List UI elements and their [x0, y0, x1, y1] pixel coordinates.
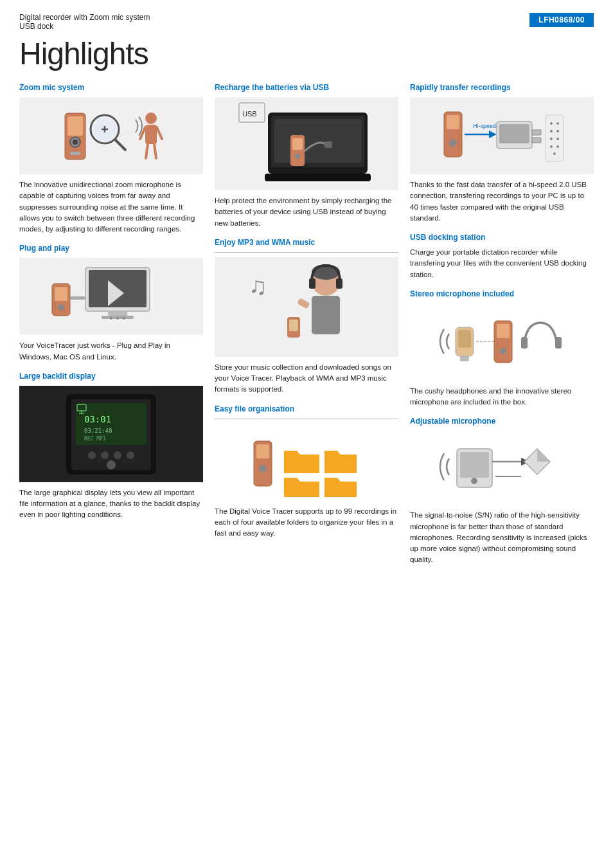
- svg-rect-91: [521, 337, 528, 348]
- easy-divider: [215, 419, 398, 419]
- svg-marker-68: [489, 131, 497, 138]
- svg-rect-49: [292, 138, 303, 150]
- column-3: Rapidly transfer recordings Hi-speed: [410, 83, 594, 572]
- svg-rect-60: [289, 320, 298, 331]
- svg-point-38: [101, 451, 109, 459]
- svg-marker-99: [537, 449, 550, 462]
- usb-docking-text: Charge your portable dictation recorder …: [410, 247, 594, 280]
- column-1: Zoom mic system: [19, 83, 203, 572]
- svg-text:Hi-speed: Hi-speed: [473, 123, 496, 129]
- svg-line-13: [157, 127, 162, 139]
- svg-text:USB: USB: [242, 110, 257, 118]
- svg-line-15: [154, 144, 156, 158]
- svg-rect-11: [145, 125, 157, 144]
- stereo-mic-title: Stereo microphone included: [410, 289, 594, 298]
- svg-point-66: [449, 139, 457, 147]
- svg-text:03:01: 03:01: [84, 414, 111, 424]
- svg-point-41: [107, 460, 116, 469]
- usb-recharge-text: Help protect the environment by simply r…: [215, 195, 398, 229]
- stereo-mic-text: The cushy headphones and the innovative …: [410, 386, 594, 408]
- svg-point-40: [127, 451, 134, 459]
- product-code-badge: LFH0868/00: [529, 13, 594, 27]
- rapid-transfer-image: Hi-speed: [410, 97, 594, 174]
- svg-rect-18: [108, 311, 127, 316]
- svg-point-25: [110, 317, 112, 320]
- plug-play-text: Your VoiceTracer just works - Plug and P…: [19, 340, 203, 363]
- svg-point-50: [295, 154, 300, 159]
- svg-rect-58: [297, 298, 310, 309]
- highlights-grid: Zoom mic system: [19, 83, 594, 572]
- adjustable-mic-text: The signal-to-noise (S/N) ratio of the h…: [410, 510, 594, 565]
- easy-file-title: Easy file organisation: [215, 404, 398, 413]
- svg-point-90: [500, 348, 506, 354]
- svg-rect-47: [265, 174, 371, 181]
- svg-point-3: [73, 140, 78, 145]
- rapid-transfer-text: Thanks to the fast data transfer of a hi…: [410, 179, 594, 224]
- svg-rect-92: [555, 337, 562, 348]
- svg-point-39: [114, 451, 121, 459]
- svg-text:REC  MP3: REC MP3: [84, 436, 106, 442]
- svg-point-80: [556, 138, 559, 140]
- easy-file-text: The Digital Voice Tracer supports up to …: [215, 506, 398, 539]
- svg-point-76: [556, 122, 559, 125]
- svg-rect-51: [324, 141, 332, 148]
- product-subtitle: Digital recorder with Zoom mic system US…: [19, 13, 150, 31]
- svg-line-7: [116, 140, 125, 150]
- header: Digital recorder with Zoom mic system US…: [19, 13, 594, 31]
- svg-text:03:21:48: 03:21:48: [84, 428, 112, 434]
- zoom-mic-text: The innovative unidirectional zoom micro…: [19, 179, 203, 235]
- stereo-mic-image: [410, 303, 594, 381]
- svg-point-27: [123, 317, 125, 320]
- adjustable-mic-title: Adjustable microphone: [410, 417, 594, 426]
- svg-rect-55: [312, 296, 340, 334]
- svg-rect-65: [447, 115, 459, 129]
- svg-rect-4: [70, 152, 80, 155]
- usb-docking-title: USB docking station: [410, 233, 594, 242]
- svg-point-37: [88, 451, 96, 459]
- svg-point-78: [556, 130, 559, 132]
- mp3-text: Store your music collection and download…: [215, 362, 398, 395]
- svg-rect-86: [460, 356, 469, 361]
- svg-point-26: [116, 317, 119, 320]
- svg-rect-71: [532, 130, 541, 135]
- mp3-image: ♫: [215, 257, 398, 357]
- backlit-title: Large backlit display: [19, 372, 203, 381]
- zoom-mic-image: [19, 97, 203, 174]
- svg-point-79: [550, 138, 553, 140]
- svg-text:♫: ♫: [249, 273, 267, 300]
- svg-rect-62: [256, 444, 269, 458]
- adjustable-mic-image: [410, 431, 594, 505]
- svg-point-82: [556, 145, 559, 148]
- svg-point-77: [550, 130, 553, 132]
- svg-point-95: [471, 478, 477, 484]
- plug-play-title: Plug and play: [19, 244, 203, 253]
- svg-rect-94: [460, 452, 489, 478]
- column-2: Recharge the batteries via USB USB: [215, 83, 398, 572]
- mp3-divider: [215, 252, 398, 253]
- mp3-title: Enjoy MP3 and WMA music: [215, 238, 398, 247]
- svg-rect-57: [336, 278, 342, 289]
- svg-rect-21: [55, 287, 67, 301]
- svg-line-14: [146, 144, 148, 158]
- zoom-mic-title: Zoom mic system: [19, 83, 203, 92]
- svg-point-75: [550, 122, 553, 125]
- rapid-transfer-title: Rapidly transfer recordings: [410, 83, 594, 92]
- easy-file-image: [215, 424, 398, 501]
- page-title: Highlights: [19, 36, 594, 71]
- svg-rect-72: [532, 138, 541, 143]
- svg-rect-46: [274, 119, 361, 163]
- svg-point-83: [553, 152, 556, 155]
- backlit-text: The large graphical display lets you vie…: [19, 487, 203, 521]
- svg-rect-56: [309, 278, 315, 289]
- backlit-image: 03:01 03:21:48 REC MP3: [19, 386, 203, 482]
- svg-point-22: [58, 304, 64, 311]
- svg-point-10: [145, 113, 157, 124]
- plug-play-image: [19, 258, 203, 335]
- svg-rect-89: [497, 324, 510, 338]
- svg-rect-23: [70, 296, 85, 300]
- svg-point-81: [550, 145, 553, 148]
- svg-rect-70: [499, 124, 529, 143]
- svg-rect-85: [458, 330, 471, 348]
- svg-rect-1: [67, 116, 83, 136]
- svg-point-63: [259, 465, 267, 473]
